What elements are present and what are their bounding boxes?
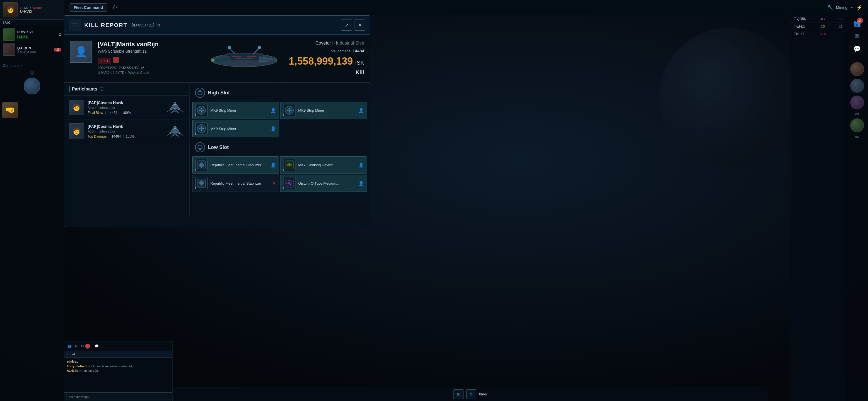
svg-point-5 xyxy=(258,46,261,49)
svg-point-15 xyxy=(174,127,176,129)
low-slot-icon xyxy=(195,142,205,152)
participant-name-1: [FAP]Cosmic Hawk xyxy=(88,101,162,105)
system-name-2: 4-EFLU xyxy=(794,25,805,28)
low-slot-item-3[interactable]: 1 Republic Fleet Inertial Stabilizer ✕ xyxy=(192,175,279,192)
chat-nav-item[interactable]: 💬 xyxy=(849,44,866,54)
chat-input-row xyxy=(64,392,172,401)
svg-rect-9 xyxy=(247,56,256,57)
social-mail-icon: ✉ xyxy=(81,344,84,348)
modal-content: Participants [1] 🧑 [FAP]Cosmic Hawk Atro… xyxy=(64,83,370,216)
filter-icon[interactable]: ⚡ xyxy=(856,4,862,10)
high-slot-item-3[interactable]: 1 MK9 Strip Miner 👤 xyxy=(192,120,279,137)
system-name: J-9M7D xyxy=(20,6,31,9)
person-icon-6: 👤 xyxy=(358,181,364,186)
sidebar-item-uhvix[interactable]: U-HVIX VI 13.0% Z xyxy=(0,27,64,42)
top-right-controls: ⛏ Mining ▼ ⚡ xyxy=(828,4,862,11)
participants-panel: Participants [1] 🧑 [FAP]Cosmic Hawk Atro… xyxy=(64,83,189,216)
ship-image-area xyxy=(205,41,283,80)
stat-sep-3: | xyxy=(108,135,109,138)
victim-avatar: 👤 xyxy=(70,41,92,63)
social-chat[interactable]: 💬 xyxy=(95,344,99,348)
people-icon-wrapper: 👥 14 xyxy=(853,20,861,27)
fits-panel: High Slot 1 MK9 Strip Miner xyxy=(189,83,370,216)
dropdown-arrow[interactable]: ▼ xyxy=(850,6,854,9)
settings-button[interactable]: ⚙ xyxy=(454,389,464,399)
low-slot-item-2[interactable]: 1 MK7 Cloaking Device 👤 xyxy=(280,156,367,173)
high-slot-item-2[interactable]: 1 MK9 Strip Miner 👤 xyxy=(280,102,367,119)
modal-actions: ↗ ✕ xyxy=(341,20,365,31)
stat-pct-1: 100% xyxy=(122,111,131,115)
kill-date: 2022/03/26 17:02:55 UTC +5 xyxy=(98,66,200,70)
chat-msg-3: A1rf14u > that fart LOL xyxy=(67,368,169,373)
low-item-qty-2: 1 xyxy=(283,169,284,172)
victim-warp-strength: Warp Scramble Strength: 11 xyxy=(98,49,200,54)
victim-name: [VALT]Marits vanRijn xyxy=(98,41,200,48)
system-name-1: F-QQ5N xyxy=(794,17,806,21)
chat-header: Local xyxy=(64,351,172,357)
svg-line-14 xyxy=(181,110,183,112)
low-slot-items: 1 Republic Fleet Inertial Stabilizer 👤 xyxy=(192,156,367,192)
deco-orb-3 xyxy=(850,95,864,109)
high-slot-section: High Slot 1 MK9 Strip Miner xyxy=(192,85,367,137)
participant-item-2[interactable]: 🧑 [FAP]Cosmic Hawk Atron II Interceptor … xyxy=(64,119,189,143)
svg-point-7 xyxy=(212,59,214,61)
nav-orb[interactable] xyxy=(24,78,40,94)
svg-rect-1 xyxy=(226,53,262,61)
kill-location: U-HVIX < J-9M7D < Wicked Creek xyxy=(98,71,200,75)
system-sec-3: -0.6 xyxy=(820,32,826,36)
participant-ship-img-1 xyxy=(165,101,185,114)
sidebar-avatar-1 xyxy=(3,28,15,41)
high-slot-item-1[interactable]: 1 MK9 Strip Miner 👤 xyxy=(192,102,279,119)
sidebar-section-1: U-HVIX VI 13.0% Z Q-GQHN 3 jump(s) away … xyxy=(0,25,64,59)
people-nav-item[interactable]: 👥 14 xyxy=(849,18,866,29)
deco-orb-2 xyxy=(850,79,864,93)
count-label-89: 89 xyxy=(855,112,859,116)
social-mail[interactable]: ✉ xyxy=(81,344,90,349)
svg-point-22 xyxy=(288,109,290,111)
participant-ship-2: Atron II Interceptor xyxy=(88,130,162,134)
fleet-command-button[interactable]: Fleet Command xyxy=(69,3,107,12)
mail-nav-item[interactable]: ✉ xyxy=(849,31,866,41)
pct-badge-1: 13.0% xyxy=(17,35,28,39)
social-mail-badge xyxy=(85,344,90,349)
ship-render xyxy=(205,41,283,80)
slot-icon-gistum xyxy=(283,177,296,189)
system-item-3[interactable]: EIH-IU -0.6 xyxy=(790,30,846,38)
participant-avatar-2: 🧑 xyxy=(69,123,84,139)
mail-icon: ✉ xyxy=(855,33,860,40)
command-nav[interactable]: Command > xyxy=(3,62,61,69)
stat-dmg-2: 14484 xyxy=(112,135,121,138)
low-item-qty-1: 1 xyxy=(195,169,196,172)
low-item-qty-3: 1 xyxy=(195,187,196,190)
kill-id: [ID:6931421] xyxy=(132,23,154,27)
chat-input[interactable] xyxy=(66,394,170,400)
low-slot-item-4[interactable]: 1 Gistum C-Type Medium... 👤 xyxy=(280,175,367,192)
close-slot-icon[interactable]: ✕ xyxy=(272,181,276,186)
export-button[interactable]: ↗ xyxy=(341,20,352,31)
speed-display: 0m/s xyxy=(479,392,487,396)
copy-icon[interactable]: ⧉ xyxy=(157,23,160,28)
settings-button-2[interactable]: ⚙ xyxy=(466,389,476,399)
low-slot-item-1[interactable]: 1 Republic Fleet Inertial Stabilizer 👤 xyxy=(192,156,279,173)
participant-item-1[interactable]: 🧑 [FAP]Cosmic Hawk Atron II Interceptor … xyxy=(64,96,189,119)
hamburger-button[interactable] xyxy=(69,19,81,31)
close-button[interactable]: ✕ xyxy=(354,20,365,31)
slot-icon-rfis-2 xyxy=(195,177,208,189)
kill-stats: Covetor II Industrial Ship Total damage:… xyxy=(289,41,364,80)
person-icon-1: 👤 xyxy=(271,108,276,113)
right-sidebar: 👥 14 ✉ 💬 89 56 xyxy=(846,15,868,401)
sidebar-item-qgqhn[interactable]: Q-GQHN 3 jump(s) away -13 xyxy=(0,42,64,57)
isk-label: ISK xyxy=(355,60,364,66)
system-item-1[interactable]: F-QQ5N -0.7 12 xyxy=(790,15,846,23)
kill-count-badge: 1 Kill xyxy=(98,58,111,64)
person-icon-3: 👤 xyxy=(271,126,276,132)
sidebar-char-info-1: U-HVIX VI 13.0% xyxy=(17,30,33,39)
chat-messages: advice.. Trazyn Infinite > idk how h som… xyxy=(64,357,172,391)
low-slot-section: Low Slot 1 Republic Fleet Ine xyxy=(192,140,367,192)
high-item-name-2: MK9 Strip Miner xyxy=(298,108,355,113)
system-item-2[interactable]: 4-EFLU -0.5 12 xyxy=(790,23,846,30)
social-people[interactable]: 👥 14 xyxy=(67,344,76,348)
person-icon-5: 👤 xyxy=(358,162,364,168)
people-badge: 14 xyxy=(857,18,863,24)
stat-sep-4: | xyxy=(123,135,124,138)
